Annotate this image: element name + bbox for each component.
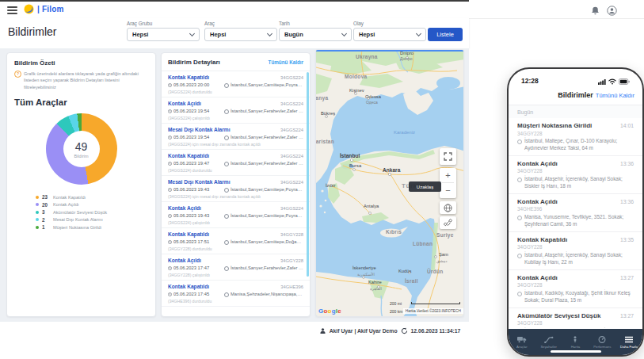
notification-location: Manisa,Şehzadeler,Nişancıpaşa,1203. Soka… xyxy=(224,292,303,297)
legend-dot xyxy=(36,218,39,221)
clock-icon xyxy=(168,188,172,192)
notification-location: İstanbul,Sarıyer,Ferahevler,Zafer Sokak;… xyxy=(224,161,303,166)
phone-notification-list: Müşteri Noktasına Girildi14:0134GGY228İs… xyxy=(509,118,642,329)
map-label: İzmir xyxy=(326,183,336,188)
location-icon xyxy=(224,214,229,219)
phone-clear-all-link[interactable]: Tümünü Kaldır xyxy=(596,92,634,99)
scale-miles-label: 200 mi xyxy=(390,301,402,306)
notification-row[interactable]: Kontak Açıldı34GGS22405.06.2023 19:43İst… xyxy=(162,202,310,228)
map-panel: Ukrayna Dnipro Дніпро Moldova Kişinev Od… xyxy=(315,49,464,317)
date-select[interactable]: Bugün xyxy=(279,28,352,41)
legend-item[interactable]: 20Kontak Açıldı xyxy=(36,201,148,209)
map-label: Kudüs xyxy=(398,269,411,273)
notification-time: 13:27 xyxy=(620,313,634,319)
filter-date: Tarih Bugün xyxy=(279,21,352,41)
map-label: Kahire xyxy=(368,280,382,285)
legend-item[interactable]: 23Kontak Kapatıldı xyxy=(36,193,148,201)
user-avatar-icon[interactable] xyxy=(607,6,617,16)
logo-swirl-icon xyxy=(24,4,34,14)
notification-row[interactable]: Kontak Açıldı34GGY22805.06.2023 17:47İst… xyxy=(162,254,310,281)
fullscreen-button[interactable] xyxy=(440,148,456,165)
clear-all-link[interactable]: Tümünü Kaldır xyxy=(269,59,303,65)
wifi-icon xyxy=(608,78,616,85)
summary-hint: ? Grafik üzerindeki alanlara tıklayarak … xyxy=(14,71,148,90)
cellular-signal-icon xyxy=(598,78,606,85)
notification-row[interactable]: Kontak Kapatıldı34GHE39605.06.2023 17:45… xyxy=(162,281,310,307)
vehicle-group-select[interactable]: Hepsi xyxy=(127,28,200,41)
total-label: Bildirim xyxy=(74,154,88,158)
notification-row[interactable]: Kontak Kapatıldı34GGY22805.06.2023 17:51… xyxy=(162,228,310,254)
vehicle-plate: 34GGY228 xyxy=(280,232,303,237)
phone-notification-row[interactable]: Kontak Açıldı13:3634GHE396Manisa, Yunuse… xyxy=(509,194,642,232)
donut-chart[interactable]: 49 Bildirim xyxy=(46,113,117,185)
summary-title: Bildirim Özeti xyxy=(14,59,148,67)
map-label: Bursa xyxy=(349,163,361,168)
notification-title: Kontak Açıldı xyxy=(168,258,201,263)
map-label: القاهرة xyxy=(370,286,382,291)
scale-miles-bar xyxy=(411,302,460,304)
notification-row[interactable]: Mesai Dışı Kontak Alarmı34GGS22405.06.20… xyxy=(162,176,310,202)
satellite-button[interactable] xyxy=(440,216,456,229)
notification-location: İstanbul,Sarıyer,Ferahevler,Zafer Sokak;… xyxy=(224,265,303,271)
refresh-icon[interactable] xyxy=(401,327,408,334)
hamburger-menu-icon[interactable] xyxy=(7,6,17,14)
notification-location: İstanbul, Maltepe, Çınar, D-100 Karayolu… xyxy=(517,138,634,152)
notification-location: İstanbul,Sarıyer,Ferahevler,Zafer Sokak;… xyxy=(224,109,303,114)
clock-icon xyxy=(168,162,172,166)
home-indicator[interactable] xyxy=(551,350,601,353)
zoom-controls: + − xyxy=(440,168,456,198)
notification-time: 13:36 xyxy=(620,199,634,204)
tab-vehicles[interactable]: Araçlar xyxy=(509,329,535,355)
map-canvas[interactable]: Ukrayna Dnipro Дніпро Moldova Kişinev Od… xyxy=(316,50,463,316)
vehicle-plate: 34GGY228 xyxy=(517,320,634,326)
notification-status: (34GGS224) durduruldu xyxy=(168,90,303,94)
phone-notification-row[interactable]: Akümülatör Seviyesi Düşük13:2734GGY228İs… xyxy=(509,308,642,329)
phone-notification-row[interactable]: Kontak Açıldı13:3634GGY228İstanbul, Ataş… xyxy=(509,156,642,194)
notification-datetime: 05.06.2023 17:51 xyxy=(168,239,209,245)
current-datetime: 12.06.2023 11:34:17 xyxy=(411,328,461,334)
location-icon xyxy=(517,139,522,144)
location-icon xyxy=(517,178,522,182)
notification-datetime: 05.06.2023 19:54 xyxy=(168,109,209,114)
zoom-in-button[interactable]: + xyxy=(440,168,456,182)
map-label: Bulgaristan xyxy=(315,139,334,144)
notification-title: Kontak Açıldı xyxy=(168,101,201,106)
vehicle-select[interactable]: Hepsi xyxy=(204,28,277,41)
event-select[interactable]: Hepsi xyxy=(353,28,426,41)
map-label: İsrail xyxy=(405,278,418,284)
bell-icon[interactable] xyxy=(590,6,600,16)
notification-time: 13:36 xyxy=(620,161,634,166)
notification-title: Kontak Açıldı xyxy=(168,205,201,211)
notification-datetime: 05.06.2023 19:43 xyxy=(168,213,209,219)
phone-notification-row[interactable]: Kontak Açıldı13:2734GGY228İstanbul, Kadı… xyxy=(509,270,642,308)
legend-item[interactable]: 1Müşteri Noktasına Girildi xyxy=(36,223,148,231)
details-scrollbar[interactable] xyxy=(307,72,309,277)
notification-row[interactable]: Kontak Açıldı34GGS22405.06.2023 19:54İst… xyxy=(162,97,310,124)
globe-button[interactable] xyxy=(440,201,456,214)
notification-row[interactable]: Kontak Kapatıldı34GGS22405.06.2023 20:00… xyxy=(162,71,310,97)
vehicle-plate: 34GGY228 xyxy=(517,131,634,136)
notification-row[interactable]: Mesai Dışı Kontak Alarmı34GGS22405.06.20… xyxy=(162,124,310,150)
scale-km-label: 200 km xyxy=(390,309,402,314)
zoom-out-button[interactable]: − xyxy=(440,183,456,197)
phone-notification-row[interactable]: Kontak Kapatıldı13:3534GGY228İstanbul, A… xyxy=(509,232,642,270)
filter-label: Olay xyxy=(353,21,426,26)
clock-icon xyxy=(168,136,172,139)
location-icon xyxy=(224,83,229,88)
clock-icon xyxy=(168,266,172,270)
legend-dot xyxy=(36,211,39,214)
notification-row[interactable]: Kontak Kapatıldı34GGS22405.06.2023 19:47… xyxy=(162,150,310,176)
list-button[interactable]: Listele xyxy=(428,28,463,41)
filter-vehicle: Araç Hepsi xyxy=(204,21,277,41)
map-label: Kıbrıs xyxy=(386,229,402,235)
app-footer: Akif Uyar | Akif Uyar Demo 12.06.2023 11… xyxy=(0,322,469,354)
notification-location: İstanbul, Kadıköy, Kozyatağı, Şehit İlkn… xyxy=(517,290,634,304)
chevron-down-icon xyxy=(267,31,272,36)
phone-mockup: 12:28 Bildirimler Tümünü Kaldır Bugün Mü… xyxy=(507,67,644,357)
clock-icon xyxy=(168,240,172,244)
legend-item[interactable]: 2Mesai Dışı Kontak Alarmı xyxy=(36,216,148,224)
status-time: 12:28 xyxy=(521,77,539,85)
phone-notification-row[interactable]: Müşteri Noktasına Girildi14:0134GGY228İs… xyxy=(509,118,642,156)
legend-item[interactable]: 3Akümülatör Seviyesi Düşük xyxy=(36,208,148,216)
tab-more[interactable]: Daha Fazla xyxy=(615,329,642,355)
